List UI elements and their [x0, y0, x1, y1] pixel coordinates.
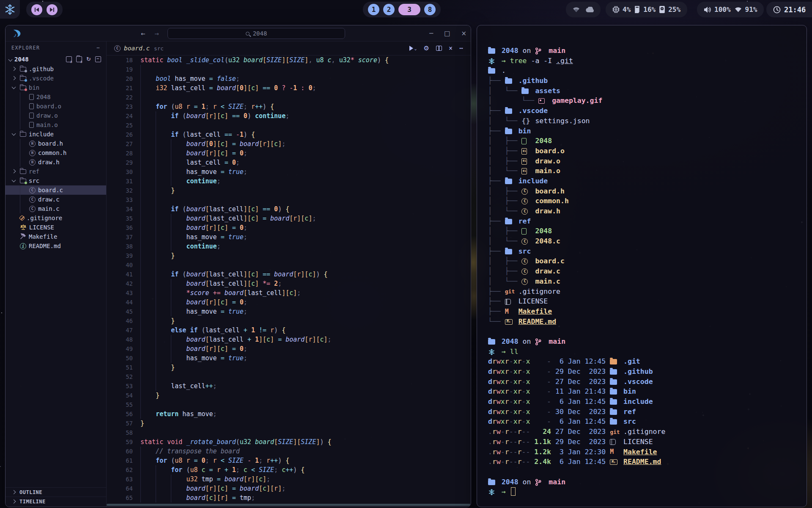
launcher-button[interactable]	[0, 0, 20, 19]
code-line-26[interactable]: 26 if (last_cell == -1) {	[107, 130, 471, 139]
code-area[interactable]: 18static bool _slide_col(u32 board[SIZE]…	[107, 55, 471, 507]
code-editor-window[interactable]: ← → 2048 ─ □ × EXPLORER ⋯ 2048 ↻	[5, 25, 471, 507]
code-line-61[interactable]: 61 for (u8 r = 0; r < SIZE - 1; r++) {	[107, 456, 471, 465]
code-line-59[interactable]: 59static void _rotate_board(u32 board[SI…	[107, 437, 471, 447]
code-line-55[interactable]: 55	[107, 400, 471, 409]
explorer-item-board.c[interactable]: Cboard.c	[5, 185, 106, 195]
explorer-item-main.o[interactable]: main.o	[5, 120, 106, 130]
maximize-button[interactable]: □	[444, 30, 450, 37]
explorer-item-common.h[interactable]: Hcommon.h	[5, 148, 106, 157]
code-line-38[interactable]: 38 continue;	[107, 242, 471, 251]
code-line-18[interactable]: 18static bool _slide_col(u32 board[SIZE]…	[107, 55, 471, 65]
explorer-item-Makefile[interactable]: Makefile	[5, 232, 106, 241]
explorer-item-LICENSE[interactable]: LICENSE	[5, 223, 106, 232]
explorer-item-2048[interactable]: 2048	[5, 92, 106, 102]
code-line-48[interactable]: 48 board[last_cell + 1][c] = board[r][c]…	[107, 335, 471, 344]
new-file-icon[interactable]	[66, 56, 72, 62]
code-line-56[interactable]: 56 return has_move;	[107, 409, 471, 419]
network-tray[interactable]	[566, 2, 601, 17]
tab-board-c[interactable]: board.c	[124, 45, 150, 52]
code-line-19[interactable]: 19	[107, 65, 471, 74]
code-line-52[interactable]: 52	[107, 372, 471, 381]
code-line-20[interactable]: 20 bool has_move = false;	[107, 74, 471, 83]
code-line-54[interactable]: 54 }	[107, 391, 471, 400]
code-line-32[interactable]: 32 }	[107, 186, 471, 195]
code-line-57[interactable]: 57}	[107, 419, 471, 428]
new-folder-icon[interactable]	[76, 56, 82, 62]
code-line-34[interactable]: 34 if (board[last_cell][c] == 0) {	[107, 204, 471, 214]
system-stats[interactable]: 4% 16% 25%	[606, 2, 687, 17]
code-line-49[interactable]: 49 board[r][c] = 0;	[107, 344, 471, 353]
code-line-45[interactable]: 45 has_move = true;	[107, 307, 471, 316]
code-line-63[interactable]: 63 u32 tmp = board[r][c];	[107, 475, 471, 484]
editor-titlebar[interactable]: ← → 2048 ─ □ ×	[5, 25, 471, 41]
explorer-item-include[interactable]: include	[5, 130, 106, 139]
command-center-search[interactable]: 2048	[167, 28, 345, 39]
code-line-58[interactable]: 58	[107, 428, 471, 437]
minimize-button[interactable]: ─	[429, 30, 433, 37]
workspace-1[interactable]: 1	[368, 4, 379, 15]
code-line-50[interactable]: 50 has_move = true;	[107, 353, 471, 363]
workspace-2[interactable]: 2	[383, 4, 395, 15]
refresh-icon[interactable]: ↻	[86, 56, 91, 62]
close-button[interactable]: ×	[461, 30, 466, 37]
explorer-item-bin[interactable]: bin	[5, 83, 106, 92]
code-line-29[interactable]: 29 last_cell = 0;	[107, 158, 471, 167]
workspace-3-active[interactable]: 3	[398, 4, 420, 15]
explorer-item-.vscode[interactable]: .vscode	[5, 74, 106, 83]
horizontal-scrollbar[interactable]	[107, 504, 471, 506]
explorer-item-README.md[interactable]: iREADME.md	[5, 241, 106, 251]
skip-forward-button[interactable]	[47, 4, 58, 15]
nav-back-button[interactable]: ←	[141, 29, 145, 38]
explorer-more-button[interactable]: ⋯	[97, 45, 100, 51]
timeline-section[interactable]: TIMELINE	[5, 497, 106, 506]
code-line-43[interactable]: 43 *score += board[last_cell][c];	[107, 288, 471, 298]
code-line-53[interactable]: 53 last_cell++;	[107, 381, 471, 391]
code-line-51[interactable]: 51 }	[107, 363, 471, 372]
clock-widget[interactable]: 21:46	[766, 2, 812, 17]
code-line-39[interactable]: 39 }	[107, 251, 471, 260]
audio-network-tray[interactable]: 100% 91%	[697, 2, 764, 17]
close-editor-icon[interactable]: ×	[449, 44, 453, 52]
code-line-47[interactable]: 47 else if (last_cell + 1 != r) {	[107, 326, 471, 335]
code-line-65[interactable]: 65 board[c][r] = tmp;	[107, 493, 471, 502]
code-line-42[interactable]: 42 board[last_cell][c] *= 2;	[107, 279, 471, 288]
code-line-28[interactable]: 28 board[r][c] = 0;	[107, 149, 471, 158]
gear-icon[interactable]: ⚙	[423, 44, 429, 52]
code-line-36[interactable]: 36 board[r][c] = 0;	[107, 223, 471, 232]
explorer-item-draw.h[interactable]: Hdraw.h	[5, 157, 106, 167]
terminal-window[interactable]: 2048 on main → tree -a -I .git .├── .git…	[477, 25, 807, 507]
nav-forward-button[interactable]: →	[154, 29, 159, 38]
explorer-item-board.o[interactable]: board.o	[5, 102, 106, 111]
more-actions-icon[interactable]: ⋯	[459, 44, 463, 52]
code-line-35[interactable]: 35 board[last_cell][c] = board[r][c];	[107, 214, 471, 223]
code-line-25[interactable]: 25	[107, 121, 471, 130]
code-line-60[interactable]: 60 // transpose the board	[107, 447, 471, 456]
explorer-item-ref[interactable]: ref	[5, 167, 106, 176]
code-line-24[interactable]: 24 if (board[r][c] == 0) continue;	[107, 111, 471, 121]
code-line-41[interactable]: 41 if (board[last_cell][c] == board[r][c…	[107, 270, 471, 279]
collapse-all-icon[interactable]	[95, 56, 101, 62]
explorer-item-main.c[interactable]: Cmain.c	[5, 204, 106, 213]
code-line-23[interactable]: 23 for (u8 r = 1; r < SIZE; r++) {	[107, 102, 471, 111]
code-line-33[interactable]: 33	[107, 195, 471, 204]
explorer-item-src[interactable]: src	[5, 176, 106, 185]
explorer-item-.gitignore[interactable]: .gitignore	[5, 213, 106, 223]
code-line-31[interactable]: 31 continue;	[107, 177, 471, 186]
explorer-item-draw.c[interactable]: Cdraw.c	[5, 195, 106, 204]
outline-section[interactable]: OUTLINE	[5, 487, 106, 497]
run-debug-button[interactable]: ⌄	[409, 46, 417, 51]
code-line-64[interactable]: 64 board[r][c] = board[c][r];	[107, 484, 471, 493]
code-line-37[interactable]: 37 has_move = true;	[107, 232, 471, 242]
explorer-item-draw.o[interactable]: draw.o	[5, 111, 106, 120]
code-line-30[interactable]: 30 has_move = true;	[107, 167, 471, 177]
code-line-22[interactable]: 22	[107, 93, 471, 102]
code-line-40[interactable]: 40	[107, 260, 471, 270]
code-line-44[interactable]: 44 board[r][c] = 0;	[107, 298, 471, 307]
code-line-27[interactable]: 27 board[0][c] = board[r][c];	[107, 139, 471, 149]
split-editor-icon[interactable]	[436, 46, 442, 51]
explorer-item-board.h[interactable]: Hboard.h	[5, 139, 106, 148]
editor-pane[interactable]: C board.c src ⌄ ⚙ × ⋯ 18static bool _sli…	[107, 41, 471, 507]
explorer-item-.github[interactable]: .github	[5, 64, 106, 74]
code-line-62[interactable]: 62 for (u8 c = r + 1; c < SIZE; c++) {	[107, 465, 471, 475]
